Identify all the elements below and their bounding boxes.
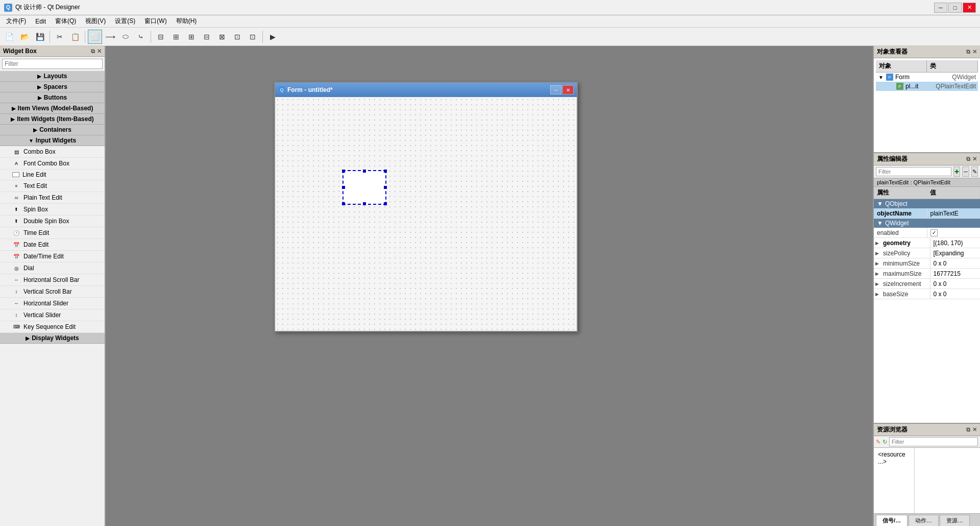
form-close-btn[interactable]: ✕ [562,85,574,94]
category-spacers[interactable]: ▶ Spacers [0,82,105,92]
close-button[interactable]: ✕ [963,3,976,13]
handle-bot-right[interactable] [384,202,387,205]
object-tree-plaintextedit[interactable]: P pl...it QPlainTextEdit [876,82,978,91]
handle-bot-mid[interactable] [363,202,366,205]
prop-objectname-value[interactable]: plainTextE [927,208,981,218]
menu-view[interactable]: 视图(V) [81,16,110,27]
qwidget-section[interactable]: ▼ QWidget [874,219,980,228]
widget-h-scroll-bar[interactable]: ↔ Horizontal Scroll Bar [0,274,105,286]
widget-plain-text-edit[interactable]: Al Plain Text Edit [0,192,105,204]
category-layouts[interactable]: ▶ Layouts [0,71,105,82]
widget-line-edit[interactable]: Line Edit [0,170,105,180]
layout-break-button[interactable]: ⊡ [230,30,244,44]
handle-mid-left[interactable] [342,186,345,189]
category-item-widgets[interactable]: ▶ Item Widgets (Item-Based) [0,114,105,125]
widget-combo-box[interactable]: ▤ Combo Box [0,146,105,158]
category-input-widgets[interactable]: ▼ Input Widgets [0,135,105,146]
canvas-area[interactable]: Q Form - untitled* ─ ✕ [106,46,873,526]
resource-filter-input[interactable] [889,437,978,446]
widget-time-edit[interactable]: 🕐 Time Edit [0,227,105,239]
menu-form[interactable]: 窗体(Q) [51,16,80,27]
tab-order-button[interactable]: ⬭ [118,30,133,44]
layout-break2-button[interactable]: ⊡ [246,30,260,44]
widget-v-slider[interactable]: ↕ Vertical Slider [0,309,105,321]
minimize-button[interactable]: ─ [934,3,947,13]
prop-objectname-row[interactable]: objectName plainTextE [874,208,980,219]
prop-basesize-value[interactable]: 0 x 0 [930,289,981,299]
resource-tree-item[interactable]: <resource ...> [876,450,912,466]
menu-settings[interactable]: 设置(S) [111,16,139,27]
cut-button[interactable]: ✂ [53,30,67,44]
prop-sizeincrement-arrow[interactable]: ▶ [874,279,880,289]
prop-geometry-arrow[interactable]: ▶ [874,238,880,248]
property-more-btn[interactable]: ✎ [971,166,978,177]
category-item-views[interactable]: ▶ Item Views (Model-Based) [0,103,105,114]
prop-maxsize-value[interactable]: 16777215 [930,269,981,278]
widget-box-float-button[interactable]: ⧉ [91,48,95,55]
prop-minsize-value[interactable]: 0 x 0 [930,258,981,268]
object-inspector-float-btn[interactable]: ⧉ [966,49,970,55]
signals-button[interactable]: ⟶ [103,30,117,44]
widget-key-sequence-edit[interactable]: ⌨ Key Sequence Edit [0,321,105,333]
resource-browser-close-btn[interactable]: ✕ [972,426,977,433]
widget-spin-box[interactable]: ⬆ Spin Box [0,204,105,216]
prop-sizepolicy-arrow[interactable]: ▶ [874,248,880,258]
menu-file[interactable]: 文件(F) [2,16,30,27]
handle-mid-right[interactable] [384,186,387,189]
widget-dial[interactable]: ◎ Dial [0,262,105,274]
layout-fill-button[interactable]: ⊠ [215,30,229,44]
selected-widget[interactable] [342,170,386,205]
prop-sizepolicy-value[interactable]: [Expanding [930,248,981,258]
copy-button[interactable]: 📋 [68,30,82,44]
form-minimize-btn[interactable]: ─ [550,85,561,94]
menu-edit[interactable]: Edit [31,17,50,26]
layout-form-button[interactable]: ⊟ [200,30,214,44]
layout-h-button[interactable]: ⊟ [154,30,168,44]
tab-resources[interactable]: 资源… [940,515,970,526]
menu-window[interactable]: 窗口(W) [140,16,170,27]
prop-maxsize-row[interactable]: ▶ maximumSize 16777215 [874,269,980,279]
widget-text-edit[interactable]: ≡ Text Edit [0,180,105,192]
property-editor-close-btn[interactable]: ✕ [972,156,977,162]
prop-minsize-arrow[interactable]: ▶ [874,258,880,268]
open-button[interactable]: 📂 [17,30,32,44]
menu-help[interactable]: 帮助(H) [172,16,201,27]
handle-top-right[interactable] [384,170,387,173]
object-tree-form[interactable]: ▼ F Form QWidget [876,73,978,82]
category-display-widgets[interactable]: ▶ Display Widgets [0,333,105,344]
prop-sizeincrement-row[interactable]: ▶ sizeIncrement 0 x 0 [874,279,980,289]
handle-top-mid[interactable] [363,170,366,173]
prop-enabled-row[interactable]: enabled [874,228,980,238]
property-remove-btn[interactable]: ─ [962,166,969,177]
widget-h-slider[interactable]: ↔ Horizontal Slider [0,298,105,309]
resource-browser-float-btn[interactable]: ⧉ [966,426,970,433]
widget-v-scroll-bar[interactable]: ↕ Vertical Scroll Bar [0,286,105,298]
tab-actions[interactable]: 动作… [909,515,939,526]
new-button[interactable]: 📄 [2,30,16,44]
widget-date-edit[interactable]: 📅 Date Edit [0,239,105,251]
preview-button[interactable]: ▶ [265,30,280,44]
form-window[interactable]: Q Form - untitled* ─ ✕ [274,82,578,332]
save-button[interactable]: 💾 [33,30,47,44]
maximize-button[interactable]: □ [948,3,962,13]
widget-box-filter[interactable] [2,59,103,69]
enabled-checkbox[interactable] [930,229,938,236]
widget-double-spin-box[interactable]: ⬆ Double Spin Box [0,216,105,227]
prop-basesize-arrow[interactable]: ▶ [874,289,880,299]
prop-sizepolicy-row[interactable]: ▶ sizePolicy [Expanding [874,248,980,258]
property-filter-input[interactable] [876,167,951,176]
resource-refresh-btn[interactable]: ↻ [883,439,887,445]
resource-edit-btn[interactable]: ✎ [876,439,880,445]
prop-geometry-value[interactable]: [(180, 170) [930,238,981,248]
buddy-button[interactable]: ⤷ [134,30,148,44]
handle-top-left[interactable] [342,170,345,173]
widget-box-close-button[interactable]: ✕ [97,48,102,55]
object-inspector-close-btn[interactable]: ✕ [972,49,977,55]
prop-basesize-row[interactable]: ▶ baseSize 0 x 0 [874,289,980,299]
qobject-section[interactable]: ▼ QObject [874,199,980,208]
prop-geometry-row[interactable]: ▶ geometry [(180, 170) [874,238,980,248]
layout-v-button[interactable]: ⊞ [169,30,183,44]
category-buttons[interactable]: ▶ Buttons [0,92,105,103]
prop-maxsize-arrow[interactable]: ▶ [874,269,880,278]
handle-bot-left[interactable] [342,202,345,205]
